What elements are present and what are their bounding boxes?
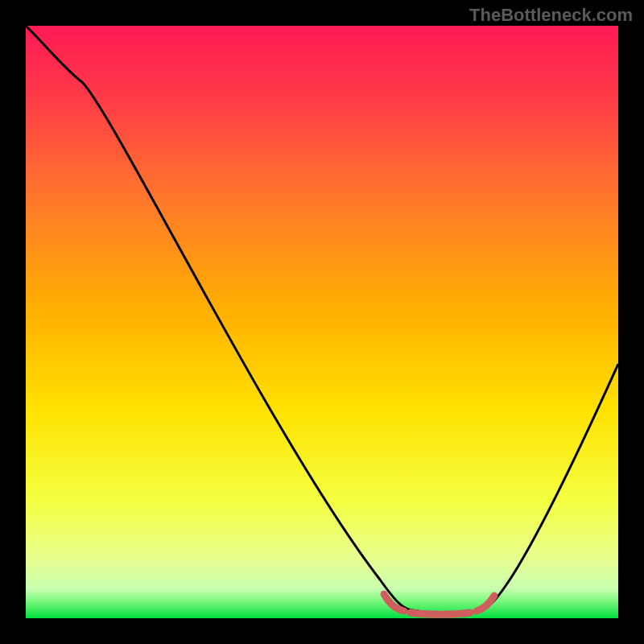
watermark-text: TheBottleneck.com <box>469 5 633 26</box>
chart-container: TheBottleneck.com <box>0 0 644 644</box>
plot-area <box>26 26 618 618</box>
bottleneck-curve <box>26 26 618 613</box>
curve-layer <box>26 26 618 618</box>
